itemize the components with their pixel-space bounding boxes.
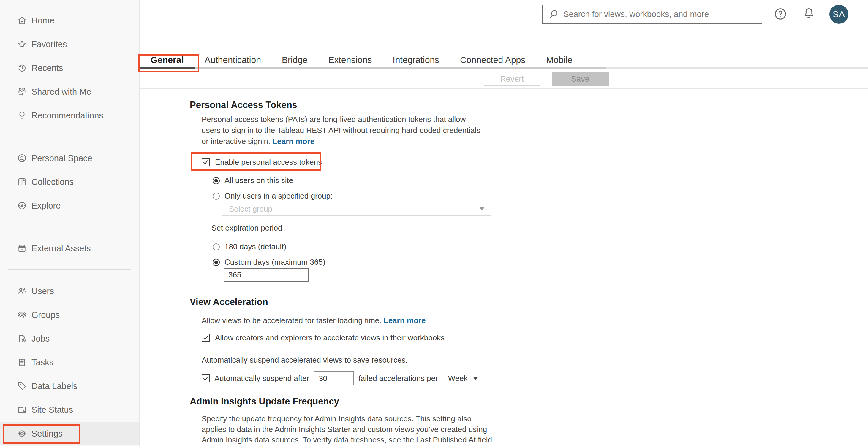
suspend-intro-text: Automatically suspend accelerated views … xyxy=(202,355,408,365)
header-divider xyxy=(140,89,868,89)
home-icon xyxy=(17,15,27,26)
group-users-row: Only users in a specified group: xyxy=(213,192,333,201)
sidebar-divider xyxy=(8,227,131,227)
groups-icon xyxy=(17,309,27,320)
custom-days-radio[interactable] xyxy=(213,259,220,266)
sidebar-item-jobs[interactable]: Jobs xyxy=(0,327,139,350)
view-acceleration-description: Allow views to be accelerated for faster… xyxy=(202,315,617,326)
default-days-label: 180 days (default) xyxy=(224,242,286,251)
search-box[interactable] xyxy=(542,5,762,24)
sidebar-item-tasks[interactable]: Tasks xyxy=(0,350,139,374)
tag-icon xyxy=(17,381,27,391)
default-days-row: 180 days (default) xyxy=(213,242,286,251)
expiration-label: Set expiration period xyxy=(211,224,282,233)
sidebar-item-external-assets[interactable]: External Assets xyxy=(0,237,139,260)
sidebar-item-recents[interactable]: Recents xyxy=(0,56,139,80)
allow-accelerate-checkbox[interactable] xyxy=(202,334,210,342)
all-users-row: All users on this site xyxy=(213,176,293,185)
view-acceleration-description-text: Allow views to be accelerated for faster… xyxy=(202,316,381,325)
lightbulb-icon xyxy=(17,110,27,121)
search-icon xyxy=(548,8,560,20)
check-icon xyxy=(203,159,209,165)
custom-days-row: Custom days (maximum 365) xyxy=(213,258,326,267)
tab-bridge[interactable]: Bridge xyxy=(271,53,318,67)
sidebar-item-label: Home xyxy=(31,16,54,26)
sidebar-item-label: Users xyxy=(31,286,54,296)
custom-days-input[interactable] xyxy=(224,268,309,282)
sidebar-divider xyxy=(8,137,131,137)
tab-underline-track-right xyxy=(607,67,868,69)
suspend-suffix-label: failed accelerations per xyxy=(359,374,438,383)
sidebar-item-favorites[interactable]: Favorites xyxy=(0,32,139,56)
custom-days-label: Custom days (maximum 365) xyxy=(224,258,326,267)
compass-icon xyxy=(17,200,27,211)
sidebar-item-recommendations[interactable]: Recommendations xyxy=(0,104,139,127)
check-icon xyxy=(203,375,209,382)
chevron-down-icon xyxy=(473,377,478,380)
sidebar-item-settings[interactable]: Settings xyxy=(0,422,139,445)
tab-authentication[interactable]: Authentication xyxy=(194,53,271,67)
external-assets-icon xyxy=(17,243,27,254)
enable-pat-label: Enable personal access tokens xyxy=(215,158,322,167)
all-users-label: All users on this site xyxy=(224,176,293,185)
admin-insights-description: Specify the update frequency for Admin I… xyxy=(202,414,494,446)
select-group-dropdown[interactable]: Select group xyxy=(222,202,492,216)
sidebar-item-home[interactable]: Home xyxy=(0,9,139,32)
sidebar-item-collections[interactable]: Collections xyxy=(0,170,139,194)
suspend-count-input[interactable] xyxy=(314,371,354,385)
period-dropdown[interactable]: Week xyxy=(448,374,478,383)
select-group-placeholder: Select group xyxy=(229,204,272,214)
site-status-icon xyxy=(17,405,27,415)
tab-mobile[interactable]: Mobile xyxy=(536,53,583,67)
search-input[interactable] xyxy=(563,6,762,23)
tableau-site-settings-page: { "colors": { "annotation_red": "#ee4b2c… xyxy=(0,0,868,446)
sidebar-item-site-status[interactable]: Site Status xyxy=(0,398,139,422)
avatar[interactable]: SA xyxy=(829,5,848,24)
shared-with-me-icon xyxy=(17,87,27,97)
tab-general[interactable]: General xyxy=(140,53,194,67)
pat-learn-more-link[interactable]: Learn more xyxy=(272,137,314,146)
settings-tabs: General Authentication Bridge Extensions… xyxy=(140,53,583,67)
default-days-radio[interactable] xyxy=(213,243,220,250)
tab-extensions[interactable]: Extensions xyxy=(318,53,382,67)
chevron-down-icon xyxy=(479,207,484,211)
sidebar-item-label: Tasks xyxy=(31,357,54,367)
all-users-radio[interactable] xyxy=(213,177,220,184)
tab-integrations[interactable]: Integrations xyxy=(382,53,450,67)
sidebar-item-shared-with-me[interactable]: Shared with Me xyxy=(0,80,139,104)
sidebar-divider xyxy=(8,269,131,270)
revert-button[interactable]: Revert xyxy=(484,72,540,86)
allow-accelerate-label: Allow creators and explorers to accelera… xyxy=(215,333,444,342)
enable-pat-row: Enable personal access tokens xyxy=(202,158,322,167)
sidebar-item-label: Favorites xyxy=(31,39,67,49)
sidebar-item-personal-space[interactable]: Personal Space xyxy=(0,146,139,170)
sidebar-item-label: Settings xyxy=(31,429,63,439)
suspend-prefix-label: Automatically suspend after xyxy=(214,374,309,383)
sidebar-item-label: Jobs xyxy=(31,334,50,344)
view-acceleration-learn-more-link[interactable]: Learn more xyxy=(384,316,426,325)
sidebar-item-explore[interactable]: Explore xyxy=(0,194,139,217)
enable-pat-checkbox[interactable] xyxy=(202,158,210,166)
collections-icon xyxy=(17,177,27,187)
help-icon xyxy=(773,7,787,21)
help-button[interactable] xyxy=(773,7,787,22)
group-users-radio[interactable] xyxy=(213,193,220,200)
tab-underline-track xyxy=(140,67,607,69)
admin-insights-heading: Admin Insights Update Frequency xyxy=(190,396,339,407)
sidebar-item-label: Shared with Me xyxy=(31,87,91,97)
person-circle-icon xyxy=(17,153,27,164)
check-icon xyxy=(203,335,209,341)
tab-connected-apps[interactable]: Connected Apps xyxy=(450,53,536,67)
auto-suspend-checkbox[interactable] xyxy=(202,375,210,382)
gear-icon xyxy=(17,428,27,439)
pat-heading: Personal Access Tokens xyxy=(190,100,297,110)
notifications-button[interactable] xyxy=(802,6,816,22)
sidebar-item-label: Groups xyxy=(31,310,60,320)
jobs-icon xyxy=(17,333,27,344)
recents-icon xyxy=(17,63,27,73)
sidebar-item-users[interactable]: Users xyxy=(0,279,139,303)
sidebar-item-groups[interactable]: Groups xyxy=(0,303,139,327)
save-button[interactable]: Save xyxy=(552,72,609,86)
sidebar-item-data-labels[interactable]: Data Labels xyxy=(0,374,139,398)
sidebar-item-label: Collections xyxy=(31,177,74,187)
